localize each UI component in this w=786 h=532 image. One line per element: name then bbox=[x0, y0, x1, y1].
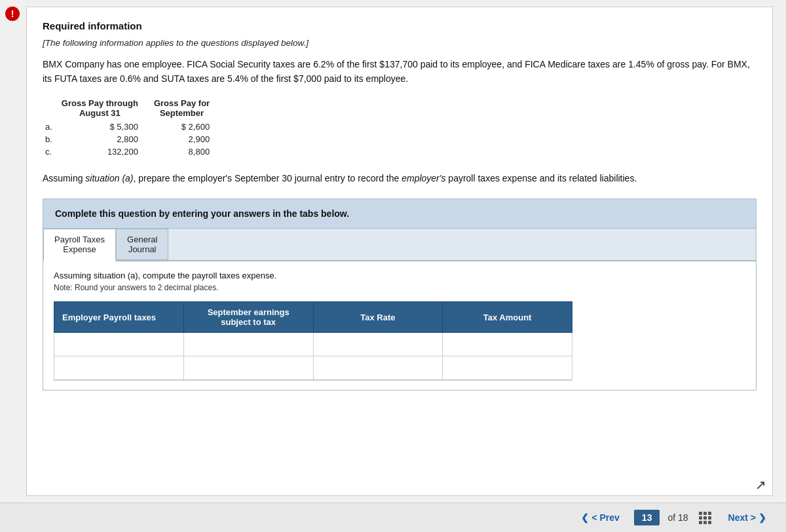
italic-note: [The following information applies to th… bbox=[43, 38, 757, 48]
next-label: Next > bbox=[728, 512, 756, 523]
payroll-input-1-1[interactable] bbox=[62, 339, 176, 349]
row-label-a: a. bbox=[43, 121, 59, 133]
complete-question-box: Complete this question by entering your … bbox=[43, 199, 757, 229]
payroll-cell-2-3[interactable] bbox=[313, 356, 443, 381]
payroll-cell-1-2[interactable] bbox=[183, 333, 313, 356]
payroll-col-header-4: Tax Amount bbox=[443, 302, 572, 333]
alert-icon: ! bbox=[5, 7, 20, 21]
situation-text: Assuming situation (a), prepare the empl… bbox=[43, 171, 757, 185]
grid-icon bbox=[699, 512, 711, 524]
payroll-col-header-3: Tax Rate bbox=[313, 302, 443, 333]
col-header-sep: Gross Pay forSeptember bbox=[151, 97, 223, 121]
next-button[interactable]: Next > ❯ bbox=[722, 510, 773, 525]
payroll-cell-1-1[interactable] bbox=[54, 333, 184, 356]
payroll-input-1-2[interactable] bbox=[192, 339, 305, 349]
row-b-aug: 2,800 bbox=[59, 133, 151, 145]
row-label-b: b. bbox=[43, 133, 59, 145]
payroll-cell-1-3[interactable] bbox=[313, 333, 443, 356]
tab-instruction: Assuming situation (a), compute the payr… bbox=[54, 271, 745, 280]
payroll-input-1-3[interactable] bbox=[322, 339, 435, 349]
row-c-sep: 8,800 bbox=[151, 145, 223, 158]
table-row: c. 132,200 8,800 bbox=[43, 145, 223, 158]
page-container: ! Required information [The following in… bbox=[0, 0, 786, 532]
col-header-aug: Gross Pay throughAugust 31 bbox=[59, 97, 151, 121]
cursor-icon: ↗ bbox=[755, 477, 766, 493]
payroll-input-1-4[interactable] bbox=[451, 339, 564, 349]
payroll-col-header-2: September earningssubject to tax bbox=[183, 302, 313, 333]
prev-label: < Prev bbox=[591, 512, 619, 523]
payroll-input-2-1[interactable] bbox=[62, 363, 176, 373]
prev-chevron: ❮ bbox=[581, 512, 589, 523]
intro-text: BMX Company has one employee. FICA Socia… bbox=[43, 57, 757, 86]
main-content: Required information [The following info… bbox=[26, 7, 773, 496]
footer-nav: ❮ < Prev 13 of 18 Next > ❯ bbox=[574, 510, 773, 525]
payroll-cell-2-4[interactable] bbox=[443, 356, 572, 381]
tab-general-journal[interactable]: General Journal bbox=[116, 229, 168, 260]
row-a-aug: $ 5,300 bbox=[59, 121, 151, 133]
payroll-table-row bbox=[54, 333, 572, 356]
of-pages-text: of 18 bbox=[667, 512, 688, 523]
prev-button[interactable]: ❮ < Prev bbox=[574, 510, 626, 525]
tabs-row: Payroll Taxes Expense General Journal bbox=[43, 229, 756, 261]
footer-bar: ❮ < Prev 13 of 18 Next > ❯ bbox=[0, 503, 786, 532]
payroll-taxes-table: Employer Payroll taxes September earning… bbox=[54, 301, 572, 381]
next-chevron: ❯ bbox=[758, 512, 766, 523]
payroll-cell-2-1[interactable] bbox=[54, 356, 184, 381]
payroll-input-2-3[interactable] bbox=[322, 363, 435, 373]
tab-content-area: Assuming situation (a), compute the payr… bbox=[43, 261, 756, 390]
row-c-aug: 132,200 bbox=[59, 145, 151, 158]
row-b-sep: 2,900 bbox=[151, 133, 223, 145]
current-page-box: 13 bbox=[634, 510, 660, 525]
row-label-c: c. bbox=[43, 145, 59, 158]
payroll-table-row bbox=[54, 356, 572, 381]
tabs-container: Payroll Taxes Expense General Journal As… bbox=[43, 229, 757, 390]
tab-payroll-taxes-expense[interactable]: Payroll Taxes Expense bbox=[43, 229, 116, 261]
row-a-sep: $ 2,600 bbox=[151, 121, 223, 133]
table-row: a. $ 5,300 $ 2,600 bbox=[43, 121, 223, 133]
tab-note: Note: Round your answers to 2 decimal pl… bbox=[54, 283, 745, 292]
gross-pay-table: Gross Pay throughAugust 31 Gross Pay for… bbox=[43, 97, 223, 158]
payroll-input-2-4[interactable] bbox=[451, 363, 564, 373]
payroll-cell-1-4[interactable] bbox=[443, 333, 572, 356]
payroll-input-2-2[interactable] bbox=[192, 363, 305, 373]
table-row: b. 2,800 2,900 bbox=[43, 133, 223, 145]
payroll-cell-2-2[interactable] bbox=[183, 356, 313, 381]
required-info-title: Required information bbox=[43, 20, 757, 31]
payroll-col-header-1: Employer Payroll taxes bbox=[54, 302, 184, 333]
